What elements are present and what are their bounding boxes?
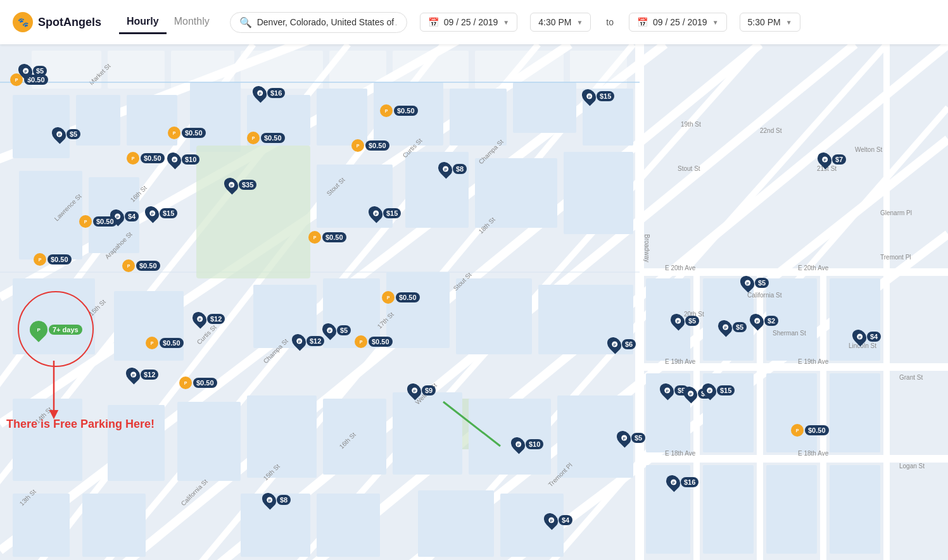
map-container[interactable]: Market St 16th St 15th St 14th St 13th S… xyxy=(0,44,948,560)
date-from-value: 09 / 25 / 2019 xyxy=(444,17,498,27)
svg-text:Stout St: Stout St xyxy=(678,165,700,172)
parking-pin[interactable]: P $0.50 xyxy=(308,231,346,244)
svg-rect-81 xyxy=(82,494,146,557)
parking-pin[interactable]: P $5 xyxy=(19,63,47,78)
parking-pin[interactable]: P $35 xyxy=(225,177,256,192)
svg-text:Tremont Pl: Tremont Pl xyxy=(880,254,911,261)
tab-monthly[interactable]: Monthly xyxy=(167,11,217,34)
svg-text:Logan St: Logan St xyxy=(899,463,925,470)
parking-pin[interactable]: P $6 xyxy=(608,337,636,352)
parking-pin[interactable]: P $5 xyxy=(719,320,747,335)
parking-pin[interactable]: P $0.50 xyxy=(122,259,160,272)
parking-pin[interactable]: P $15 xyxy=(583,89,614,104)
svg-rect-4 xyxy=(241,51,323,89)
parking-pin[interactable]: P $0.50 xyxy=(127,152,165,165)
parking-pin[interactable]: P $0.50 xyxy=(146,337,184,349)
parking-pin[interactable]: P $8 xyxy=(263,492,291,507)
parking-pin[interactable]: P $5 xyxy=(617,430,645,445)
parking-pin[interactable]: P $12 xyxy=(293,333,324,349)
parking-pin[interactable]: P $0.50 xyxy=(382,291,420,304)
free-parking-text: There is Free Parking Here! xyxy=(6,418,155,431)
svg-rect-73 xyxy=(108,405,165,481)
svg-rect-77 xyxy=(393,392,462,475)
parking-pin[interactable]: P $5 xyxy=(741,275,769,290)
svg-text:Welton St: Welton St xyxy=(855,146,882,153)
parking-pin[interactable]: P $0.50 xyxy=(351,139,389,152)
parking-pin[interactable]: P $0.50 xyxy=(168,127,206,139)
parking-pin[interactable]: P $4 xyxy=(853,329,881,344)
svg-rect-47 xyxy=(19,171,82,259)
header: 🐾 SpotAngels Hourly Monthly 🔍 📅 09 / 25 … xyxy=(0,0,948,44)
svg-rect-83 xyxy=(317,494,380,557)
svg-rect-71 xyxy=(830,465,880,554)
map-svg: Market St 16th St 15th St 14th St 13th S… xyxy=(0,44,948,560)
parking-pin[interactable]: P $5 xyxy=(53,127,80,142)
svg-text:Broadway: Broadway xyxy=(643,234,650,262)
parking-pin[interactable]: P $10 xyxy=(168,152,199,167)
svg-rect-43 xyxy=(513,82,576,133)
date-separator: to xyxy=(604,17,616,27)
svg-rect-69 xyxy=(703,465,754,554)
time-from-picker[interactable]: 4:30 PM ▼ xyxy=(530,13,591,32)
svg-rect-40 xyxy=(317,89,367,146)
parking-pin[interactable]: P $8 xyxy=(439,161,467,177)
free-parking-label: 7+ days xyxy=(49,325,82,335)
parking-pin[interactable]: P $0.50 xyxy=(179,376,217,389)
date-from-picker[interactable]: 📅 09 / 25 / 2019 ▼ xyxy=(420,13,518,32)
svg-rect-45 xyxy=(196,146,310,278)
parking-pin[interactable]: P $15 xyxy=(369,206,401,221)
parking-pin[interactable]: P $10 xyxy=(512,437,543,452)
parking-pin[interactable]: P $16 xyxy=(667,475,698,490)
search-icon: 🔍 xyxy=(239,16,252,28)
svg-rect-2 xyxy=(108,51,165,89)
parking-pin[interactable]: P $7 xyxy=(818,152,846,167)
parking-pin[interactable]: P $12 xyxy=(193,311,225,327)
svg-rect-42 xyxy=(450,89,507,146)
parking-pin[interactable]: P $0.50 xyxy=(791,424,829,437)
time-to-value: 5:30 PM xyxy=(748,17,781,27)
parking-pin[interactable]: P $15 xyxy=(703,383,735,398)
parking-pin[interactable]: P $5 xyxy=(671,313,699,328)
parking-pin[interactable]: P $0.50 xyxy=(380,104,418,117)
nav-tabs: Hourly Monthly xyxy=(119,11,217,34)
search-input[interactable] xyxy=(257,17,396,27)
parking-pin[interactable]: P $16 xyxy=(253,85,285,101)
calendar-icon-to: 📅 xyxy=(637,17,648,27)
logo-text: SpotAngels xyxy=(38,16,101,29)
free-parking-arrow xyxy=(38,361,70,424)
svg-rect-57 xyxy=(386,272,450,348)
svg-text:E 19th Ave: E 19th Ave xyxy=(665,358,696,365)
parking-pin[interactable]: P $4 xyxy=(545,513,572,528)
date-to-picker[interactable]: 📅 09 / 25 / 2019 ▼ xyxy=(629,13,727,32)
parking-pin[interactable]: P $0.50 xyxy=(355,335,393,348)
svg-text:Sherman St: Sherman St xyxy=(773,330,806,337)
parking-pin[interactable]: P $12 xyxy=(127,367,158,382)
time-from-value: 4:30 PM xyxy=(538,17,571,27)
parking-pin[interactable]: P $9 xyxy=(408,383,436,398)
parking-pin[interactable]: P $0.50 xyxy=(79,215,117,228)
logo: 🐾 SpotAngels xyxy=(13,12,101,32)
tab-hourly[interactable]: Hourly xyxy=(119,11,167,34)
date-from-chevron: ▼ xyxy=(503,19,509,26)
svg-rect-38 xyxy=(190,82,241,152)
svg-rect-54 xyxy=(114,291,184,361)
svg-text:Grant St: Grant St xyxy=(899,374,923,381)
calendar-icon: 📅 xyxy=(428,17,439,27)
svg-text:E 18th Ave: E 18th Ave xyxy=(665,450,696,457)
svg-text:22nd St: 22nd St xyxy=(760,127,782,134)
svg-rect-70 xyxy=(766,465,817,554)
time-to-picker[interactable]: 5:30 PM ▼ xyxy=(740,13,800,32)
parking-pin[interactable]: P $0.50 xyxy=(247,132,285,144)
parking-pin[interactable]: P $15 xyxy=(146,206,177,221)
svg-rect-36 xyxy=(76,95,120,146)
svg-text:E 20th Ave: E 20th Ave xyxy=(665,264,696,271)
logo-icon: 🐾 xyxy=(13,12,33,32)
parking-pin[interactable]: P $0.50 xyxy=(34,253,72,266)
parking-pin[interactable]: P $2 xyxy=(750,313,778,328)
svg-text:Glenarm Pl: Glenarm Pl xyxy=(880,209,912,216)
svg-text:19th St: 19th St xyxy=(681,121,701,128)
date-to-value: 09 / 25 / 2019 xyxy=(653,17,707,27)
parking-pin[interactable]: P $5 xyxy=(323,323,351,338)
search-box[interactable]: 🔍 xyxy=(230,12,407,33)
free-parking-pin[interactable]: P 7+ days xyxy=(30,321,82,339)
